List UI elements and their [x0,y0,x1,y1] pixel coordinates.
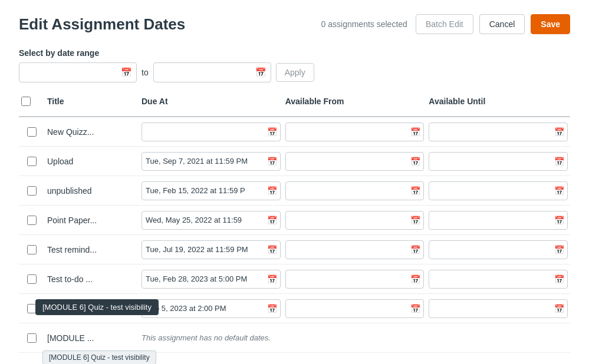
available-from-input[interactable] [285,181,425,200]
available-until-input[interactable] [429,123,568,141]
table-header: Title Due At Available From Available Un… [19,92,570,117]
row-checkbox[interactable] [27,127,37,137]
select-all-checkbox[interactable] [21,97,31,106]
due-at-input[interactable] [142,152,281,171]
apply-button[interactable]: Apply [276,63,314,82]
date-from-wrapper: 📅 [19,62,137,82]
available-until-input[interactable] [429,299,568,318]
available-until-field-wrapper: 📅 [429,152,568,171]
due-at-input[interactable] [142,270,281,289]
table-row: Test remind... 📅 📅 📅 [19,235,570,264]
row-title: Point Paper... [45,211,139,230]
row-available-from: 📅 [283,147,427,176]
available-from-field-wrapper: 📅 [285,270,425,289]
row-checkbox[interactable] [27,274,37,284]
page-title: Edit Assignment Dates [19,15,185,34]
available-until-input[interactable] [429,152,568,171]
available-from-input[interactable] [285,123,425,141]
th-available-from: Available From [283,92,427,112]
row-checkbox-cell [19,240,45,259]
th-checkbox [19,92,45,112]
date-range-section: Select by date range 📅 to 📅 Apply [19,48,570,82]
available-from-field-wrapper: 📅 [285,211,425,230]
due-at-input[interactable] [142,240,281,259]
row-checkbox[interactable] [27,245,37,254]
row-due-at: 📅 [139,294,283,323]
date-to-input[interactable] [153,62,271,82]
to-label: to [142,68,149,77]
available-from-field-wrapper: 📅 [285,299,425,318]
date-range-row: 📅 to 📅 Apply [19,62,570,82]
row-checkbox-cell [19,123,45,141]
due-at-field-wrapper: 📅 [142,270,281,289]
row-title: Test remind... [45,240,139,259]
title-tooltip: [MODULE 6] Quiz - test visibility [35,299,159,315]
row-checkbox[interactable] [27,333,37,343]
available-from-input[interactable] [285,240,425,259]
due-at-field-wrapper: 📅 [142,123,281,141]
row-available-until: 📅 [426,294,570,323]
table-row: [MODULE ... This assignment has no defau… [19,323,570,353]
row-available-until: 📅 [426,236,570,264]
due-at-field-wrapper: 📅 [142,240,281,259]
due-at-field-wrapper: 📅 [142,181,281,200]
available-until-input[interactable] [429,240,568,259]
row-due-at: 📅 [139,206,283,234]
row-checkbox-cell [19,152,45,171]
available-from-field-wrapper: 📅 [285,152,425,171]
row-available-from: 📅 [283,294,427,323]
row-available-until: 📅 [426,265,570,293]
available-until-field-wrapper: 📅 [429,211,568,230]
row-available-from: 📅 [283,118,427,146]
row-checkbox[interactable] [27,216,37,225]
available-from-input[interactable] [285,152,425,171]
row-available-until: 📅 [426,177,570,205]
table-row: unpublished 📅 📅 📅 [19,176,570,206]
date-from-input[interactable] [19,62,137,82]
table-body: New Quizz... 📅 📅 📅 [19,117,570,353]
row-checkbox[interactable] [27,186,37,196]
available-from-input[interactable] [285,299,425,318]
available-from-input[interactable] [285,211,425,230]
row-due-at: 📅 [139,177,283,205]
row-title: Test to-do ... [45,270,139,289]
row-available-from [283,333,427,343]
batch-edit-button[interactable]: Batch Edit [416,14,473,34]
row-checkbox[interactable] [27,157,37,166]
available-from-input[interactable] [285,270,425,289]
available-until-field-wrapper: 📅 [429,299,568,318]
available-until-input[interactable] [429,211,568,230]
row-title: Upload [45,152,139,171]
available-until-input[interactable] [429,270,568,289]
table-row: Upload 📅 📅 📅 [19,147,570,176]
cancel-button[interactable]: Cancel [479,14,525,34]
th-due-at: Due At [139,92,283,112]
row-due-at: 📅 [139,265,283,293]
header-row: Edit Assignment Dates 0 assignments sele… [19,14,570,34]
save-button[interactable]: Save [531,14,570,34]
row-due-at: 📅 [139,147,283,176]
table-row: New Quizz... 📅 📅 📅 [19,117,570,147]
available-until-field-wrapper: 📅 [429,270,568,289]
date-to-wrapper: 📅 [153,62,271,82]
row-available-from: 📅 [283,236,427,264]
available-until-field-wrapper: 📅 [429,240,568,259]
due-at-field-wrapper: 📅 [142,299,281,318]
due-at-input[interactable] [142,181,281,200]
row-title: [MODULE 6] Quiz - test visibility [45,304,139,313]
row-available-until: 📅 [426,118,570,146]
due-at-input[interactable] [142,299,281,318]
row-checkbox-cell [19,181,45,200]
th-title: Title [45,92,139,112]
available-until-input[interactable] [429,181,568,200]
row-title: unpublished [45,181,139,200]
available-from-field-wrapper: 📅 [285,240,425,259]
row-due-at: 📅 [139,118,283,146]
available-from-field-wrapper: 📅 [285,123,425,141]
header-actions: 0 assignments selected Batch Edit Cancel… [321,14,570,34]
due-at-input[interactable] [142,211,281,230]
row-title: [MODULE ... [45,329,139,348]
available-until-field-wrapper: 📅 [429,181,568,200]
available-from-field-wrapper: 📅 [285,181,425,200]
due-at-input[interactable] [142,123,281,141]
